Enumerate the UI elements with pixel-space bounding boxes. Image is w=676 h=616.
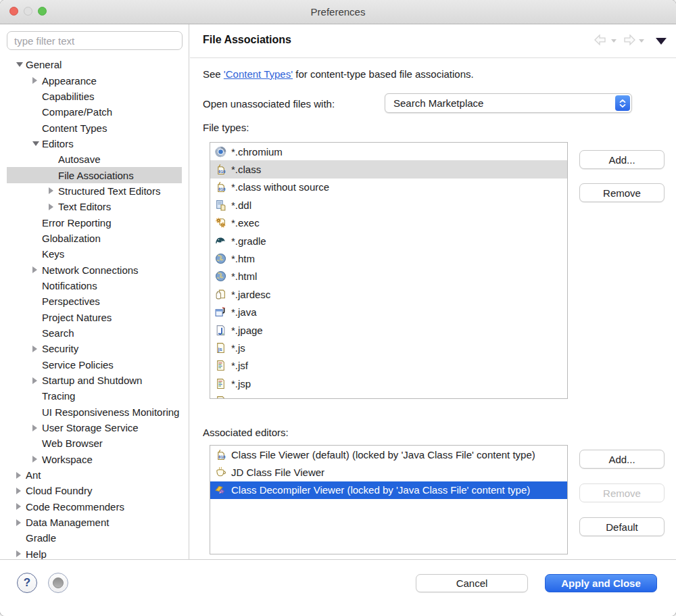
disclosure-collapsed-icon[interactable]	[32, 77, 42, 84]
back-history-chevron-icon[interactable]	[611, 39, 617, 43]
tree-item-appearance[interactable]: Appearance	[7, 72, 182, 88]
tree-item-help[interactable]: Help	[7, 546, 182, 559]
exec-gears-icon	[215, 217, 227, 229]
tree-item-security[interactable]: Security	[7, 341, 182, 356]
list-item-label: *.gradle	[231, 235, 266, 247]
list-item-jsf[interactable]: *.jsf	[210, 357, 567, 375]
list-item-ddl[interactable]: *.ddl	[210, 196, 567, 214]
disclosure-collapsed-icon[interactable]	[16, 550, 26, 557]
editors-add-button[interactable]: Add...	[579, 450, 665, 469]
forward-history-chevron-icon[interactable]	[639, 39, 644, 43]
tree-item-capabilities[interactable]: Capabilities	[7, 89, 182, 104]
open-with-select[interactable]: Search Marketplace	[385, 93, 632, 113]
back-arrow-icon[interactable]	[594, 34, 608, 48]
disclosure-expanded-icon[interactable]	[16, 62, 26, 67]
tree-item-label: Network Connections	[42, 264, 139, 276]
file-types-remove-button[interactable]: Remove	[579, 183, 665, 202]
list-item-gradle[interactable]: *.gradle	[210, 232, 567, 250]
list-item-chromium[interactable]: *.chromium	[210, 143, 567, 160]
disclosure-collapsed-icon[interactable]	[16, 472, 26, 479]
view-menu-icon[interactable]	[656, 38, 667, 45]
tree-item-file-associations[interactable]: File Associations	[7, 167, 182, 183]
tree-item-label: Keys	[42, 248, 64, 260]
list-item-partial[interactable]	[210, 392, 567, 399]
list-item-jd-class-file-viewer[interactable]: JD Class File Viewer	[210, 463, 567, 481]
content-types-note: See 'Content Types' for content-type bas…	[203, 68, 474, 80]
list-item-label: JD Class File Viewer	[231, 467, 324, 478]
tree-item-content-types[interactable]: Content Types	[7, 120, 182, 135]
list-item-class-without-source[interactable]: 010*.class without source	[210, 179, 567, 196]
tree-item-cloud-foundry[interactable]: Cloud Foundry	[7, 483, 182, 498]
jar-icon	[215, 289, 227, 300]
disclosure-collapsed-icon[interactable]	[32, 266, 42, 273]
tree-item-notifications[interactable]: Notifications	[7, 278, 182, 293]
cancel-button[interactable]: Cancel	[416, 574, 528, 592]
disclosure-collapsed-icon[interactable]	[49, 187, 58, 194]
disclosure-collapsed-icon[interactable]	[32, 346, 42, 352]
tree-item-user-storage-service[interactable]: User Storage Service	[7, 420, 182, 435]
list-item-label: *.java	[231, 306, 257, 318]
list-item-html[interactable]: *.html	[210, 268, 567, 285]
list-item-jardesc[interactable]: *.jardesc	[210, 285, 567, 303]
disclosure-collapsed-icon[interactable]	[32, 377, 42, 384]
disclosure-collapsed-icon[interactable]	[16, 503, 26, 510]
file-types-add-button[interactable]: Add...	[579, 150, 665, 169]
content-types-link[interactable]: 'Content Types'	[224, 68, 293, 80]
disclosure-collapsed-icon[interactable]	[16, 519, 26, 526]
apply-and-close-button[interactable]: Apply and Close	[545, 574, 657, 592]
tree-item-editors[interactable]: Editors	[7, 136, 182, 151]
tree-item-search[interactable]: Search	[7, 325, 182, 341]
list-item-jsp[interactable]: *.jsp	[210, 375, 567, 392]
tree-item-ui-responsiveness-monitoring[interactable]: UI Responsiveness Monitoring	[7, 404, 182, 420]
tree-item-general[interactable]: General	[7, 57, 182, 72]
tree-item-structured-text-editors[interactable]: Structured Text Editors	[7, 183, 182, 199]
list-item-class[interactable]: 010*.class	[210, 160, 567, 178]
tree-item-project-natures[interactable]: Project Natures	[7, 310, 182, 325]
editors-default-button[interactable]: Default	[579, 517, 665, 536]
tree-item-label: Security	[42, 343, 78, 354]
disclosure-expanded-icon[interactable]	[32, 141, 42, 146]
tree-item-startup-and-shutdown[interactable]: Startup and Shutdown	[7, 373, 182, 388]
list-item-class-file-viewer-default-locked-by-java-class-file-content-type[interactable]: 010Class File Viewer (default) (locked b…	[210, 446, 567, 463]
tree-item-perspectives[interactable]: Perspectives	[7, 293, 182, 309]
disclosure-collapsed-icon[interactable]	[32, 456, 42, 463]
tree-item-keys[interactable]: Keys	[7, 246, 182, 262]
disclosure-collapsed-icon[interactable]	[49, 204, 58, 210]
disclosure-collapsed-icon[interactable]	[32, 425, 42, 431]
tree-item-gradle[interactable]: Gradle	[7, 530, 182, 546]
tree-item-label: Error Reporting	[42, 217, 112, 229]
tree-item-code-recommenders[interactable]: Code Recommenders	[7, 499, 182, 515]
list-item-label: *.ddl	[231, 199, 251, 211]
tree-item-tracing[interactable]: Tracing	[7, 388, 182, 404]
tree-item-ant[interactable]: Ant	[7, 467, 182, 483]
tree-item-service-policies[interactable]: Service Policies	[7, 357, 182, 373]
tree-item-label: Notifications	[42, 280, 97, 291]
list-item-js[interactable]: js*.js	[210, 339, 567, 356]
tree-item-compare-patch[interactable]: Compare/Patch	[7, 104, 182, 120]
list-item-class-decompiler-viewer-locked-by-java-class-file-content-type[interactable]: Class Decompiler Viewer (locked by 'Java…	[210, 481, 567, 499]
globe-icon	[215, 270, 227, 282]
disclosure-collapsed-icon[interactable]	[16, 488, 26, 494]
tree-item-text-editors[interactable]: Text Editors	[7, 199, 182, 214]
help-icon[interactable]: ?	[17, 573, 37, 593]
tree-item-label: Code Recommenders	[26, 501, 124, 513]
tree-item-data-management[interactable]: Data Management	[7, 515, 182, 530]
tree-item-error-reporting[interactable]: Error Reporting	[7, 214, 182, 230]
tree-item-network-connections[interactable]: Network Connections	[7, 262, 182, 277]
js-file-icon: js	[215, 342, 227, 354]
forward-arrow-icon[interactable]	[621, 34, 636, 48]
list-item-label: *.class without source	[231, 181, 329, 193]
list-item-htm[interactable]: *.htm	[210, 250, 567, 267]
tree-item-label: Tracing	[42, 390, 75, 402]
list-item-java[interactable]: *.java	[210, 304, 567, 321]
file-types-list[interactable]: *.chromium010*.class010*.class without s…	[210, 142, 568, 399]
associated-editors-list[interactable]: 010Class File Viewer (default) (locked b…	[210, 445, 568, 554]
tree-item-globalization[interactable]: Globalization	[7, 231, 182, 246]
tree-item-web-browser[interactable]: Web Browser	[7, 435, 182, 451]
filter-input[interactable]	[7, 31, 183, 50]
preference-recorder-icon[interactable]	[48, 573, 68, 593]
list-item-jpage[interactable]: *.jpage	[210, 321, 567, 339]
tree-item-workspace[interactable]: Workspace	[7, 452, 182, 467]
tree-item-autosave[interactable]: Autosave	[7, 151, 182, 167]
list-item-exec[interactable]: *.exec	[210, 214, 567, 232]
